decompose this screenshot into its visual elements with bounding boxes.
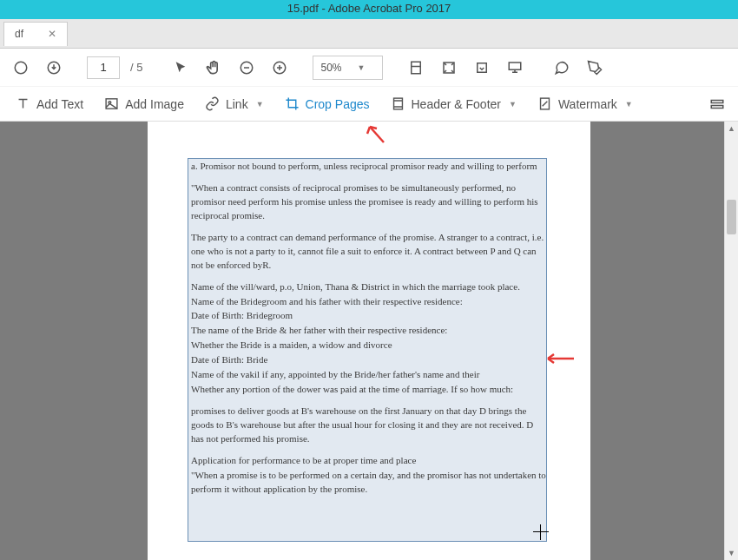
chevron-down-icon: ▼ xyxy=(256,100,264,109)
svg-rect-4 xyxy=(412,62,421,74)
presentation-icon[interactable] xyxy=(501,54,529,82)
add-text-label: Add Text xyxy=(36,97,83,111)
zoom-select[interactable]: 50% ▼ xyxy=(313,56,383,80)
window-title: 15.pdf - Adobe Acrobat Pro 2017 xyxy=(287,2,451,15)
crop-pages-label: Crop Pages xyxy=(306,97,370,111)
add-text-button[interactable]: Add Text xyxy=(7,91,92,117)
highlight-icon[interactable] xyxy=(581,54,609,82)
zoom-out-icon[interactable] xyxy=(233,54,260,82)
pointer-tool-icon[interactable] xyxy=(167,54,194,82)
watermark-button[interactable]: Watermark ▼ xyxy=(529,91,642,117)
comment-icon[interactable] xyxy=(548,54,576,82)
svg-rect-7 xyxy=(510,63,522,69)
more-icon[interactable] xyxy=(703,90,731,118)
page-number-input[interactable] xyxy=(87,56,120,79)
document-tabbar: df ✕ xyxy=(0,19,738,49)
fit-page-icon[interactable] xyxy=(435,54,463,82)
zoom-value: 50% xyxy=(320,62,341,74)
add-image-label: Add Image xyxy=(125,97,184,111)
rotate-icon[interactable] xyxy=(468,54,496,82)
link-button[interactable]: Link ▼ xyxy=(196,91,273,117)
watermark-label: Watermark xyxy=(558,97,617,111)
window-titlebar: 15.pdf - Adobe Acrobat Pro 2017 xyxy=(0,0,738,19)
header-footer-label: Header & Footer xyxy=(412,97,502,111)
fit-width-icon[interactable] xyxy=(402,54,430,82)
link-label: Link xyxy=(226,97,248,111)
chevron-down-icon: ▼ xyxy=(625,100,633,109)
svg-rect-12 xyxy=(711,100,723,102)
svg-rect-6 xyxy=(478,63,487,72)
save-icon[interactable] xyxy=(7,54,35,82)
svg-point-0 xyxy=(15,62,27,74)
close-icon[interactable]: ✕ xyxy=(48,28,56,40)
chevron-down-icon: ▼ xyxy=(509,100,517,109)
hand-tool-icon[interactable] xyxy=(200,54,227,82)
crop-pages-button[interactable]: Crop Pages xyxy=(276,91,379,117)
svg-rect-13 xyxy=(711,105,723,108)
edit-toolbar: Add Text Add Image Link ▼ Crop Pages Hea… xyxy=(0,87,738,122)
svg-rect-10 xyxy=(393,98,402,109)
add-image-button[interactable]: Add Image xyxy=(96,91,193,117)
zoom-in-icon[interactable] xyxy=(266,54,293,82)
header-footer-button[interactable]: Header & Footer ▼ xyxy=(382,91,525,117)
tab-label: df xyxy=(15,28,23,40)
chevron-down-icon: ▼ xyxy=(358,63,366,72)
document-tab[interactable]: df ✕ xyxy=(3,22,68,46)
main-toolbar: / 5 50% ▼ xyxy=(0,49,738,87)
page-total-label: / 5 xyxy=(125,61,148,74)
download-icon[interactable] xyxy=(40,54,68,82)
